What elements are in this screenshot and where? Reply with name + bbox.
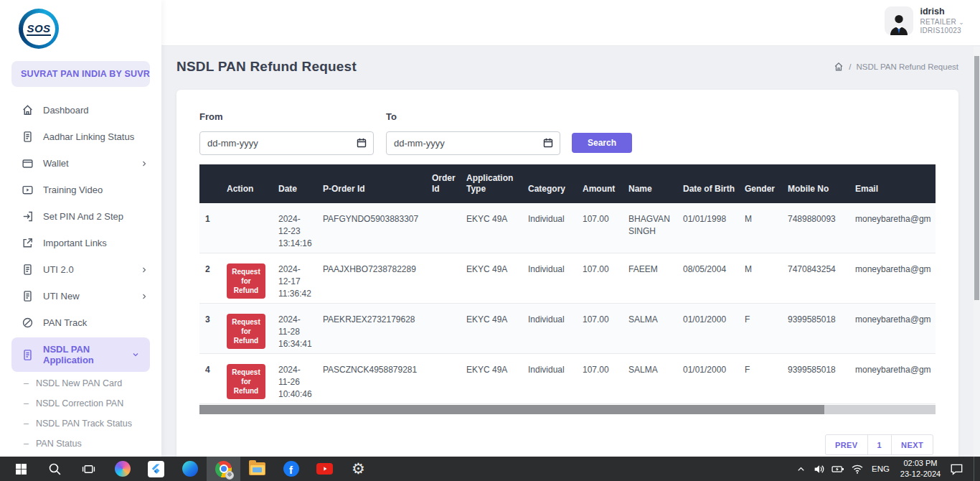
to-date-input[interactable] — [386, 131, 560, 155]
cell-gender: M — [740, 203, 783, 253]
from-date-input[interactable] — [199, 131, 374, 155]
volume-icon[interactable] — [813, 463, 825, 475]
horizontal-scrollbar[interactable] — [199, 405, 936, 414]
cell-order_id — [428, 354, 462, 403]
cell-name: SALMA — [624, 354, 679, 403]
sidebar-item-important-links[interactable]: Important Links — [0, 230, 161, 256]
home-icon — [22, 104, 34, 116]
cell-category: Individual — [524, 203, 578, 253]
search-button[interactable]: Search — [572, 133, 632, 153]
taskbar-file-explorer-icon[interactable] — [240, 457, 274, 481]
content-card: From To Search Actio — [176, 90, 958, 463]
cell-gender: F — [740, 304, 783, 353]
page-number-button[interactable]: 1 — [867, 434, 892, 455]
page-head: NSDL PAN Refund Request / NSDL PAN Refun… — [176, 55, 958, 79]
request-refund-button[interactable]: Request for Refund — [227, 314, 265, 349]
cell-order_id — [428, 304, 462, 353]
taskbar-settings-icon[interactable]: ⚙ — [341, 457, 375, 481]
table-row: 4Request for Refund2024-11-26 10:40:46PA… — [199, 354, 936, 404]
cell-amount: 107.00 — [578, 304, 624, 353]
sidebar-item-set-pin-and-2-step[interactable]: Set PIN And 2 Step — [0, 203, 161, 230]
horizontal-scrollbar-thumb[interactable] — [199, 405, 824, 414]
calendar-icon[interactable] — [542, 137, 554, 149]
show-desktop-button[interactable] — [974, 457, 977, 481]
sidebar-subitem-label: NSDL PAN Track Status — [36, 419, 132, 429]
clock[interactable]: 02:03 PM 23-12-2024 — [897, 458, 943, 480]
avatar[interactable] — [885, 6, 913, 35]
breadcrumb-separator: / — [849, 62, 851, 71]
user-name: idrish — [920, 6, 965, 18]
sidebar-item-aadhar-linking-status[interactable]: Aadhar Linking Status — [0, 123, 161, 150]
next-page-button[interactable]: NEXT — [891, 434, 933, 455]
app-logo[interactable]: SOS — [19, 9, 59, 49]
compass-icon — [22, 317, 34, 329]
sidebar-subitem-nsdl-correction-pan[interactable]: –NSDL Correction PAN — [0, 393, 161, 414]
cell-date: 2024-12-17 11:36:42 — [274, 253, 319, 303]
request-refund-button[interactable]: Request for Refund — [227, 263, 265, 299]
sidebar-item-training-video[interactable]: Training Video — [0, 177, 161, 203]
column-header: Order Id — [428, 173, 462, 203]
sidebar-item-uti-new[interactable]: UTI New — [0, 283, 161, 309]
sidebar-item-dashboard[interactable]: Dashboard — [0, 97, 161, 123]
cell-application_type: EKYC 49A — [462, 304, 524, 353]
cell-p_order_id: PAFGYNDO5903883307 — [319, 203, 428, 253]
sidebar-subitem-nsdl-pan-track-status[interactable]: –NSDL PAN Track Status — [0, 414, 161, 434]
taskbar-youtube-icon[interactable] — [308, 457, 341, 481]
cell-category: Individual — [524, 253, 578, 303]
column-header: Application Type — [462, 173, 524, 203]
cell-application_type: EKYC 49A — [462, 203, 524, 253]
clock-date: 23-12-2024 — [900, 470, 941, 478]
logo-text: SOS — [27, 22, 50, 36]
cell-sno: 2 — [199, 253, 222, 303]
cell-dob: 08/05/2004 — [679, 253, 740, 303]
taskbar-copilot-icon[interactable] — [105, 457, 139, 481]
breadcrumb: / NSDL PAN Refund Request — [834, 62, 958, 72]
sidebar-item-pan-track[interactable]: PAN Track — [0, 309, 161, 336]
taskbar-start-icon[interactable] — [4, 457, 38, 481]
sidebar-item-wallet[interactable]: Wallet — [0, 150, 161, 177]
language-indicator[interactable]: ENG — [870, 464, 891, 473]
calendar-icon[interactable] — [356, 137, 367, 149]
sidebar-subitem-pan-status[interactable]: –PAN Status — [0, 434, 161, 454]
cell-date: 2024-11-28 16:34:41 — [274, 304, 319, 353]
request-refund-button[interactable]: Request for Refund — [227, 364, 265, 399]
table-body: 12024-12-23 13:14:16PAFGYNDO5903883307EK… — [199, 203, 936, 404]
action-center-icon[interactable] — [950, 462, 964, 475]
sidebar-item-label: Important Links — [43, 238, 107, 248]
table-header-row: ActionDateP-Order IdOrder IdApplication … — [199, 164, 936, 203]
page-scrollbar-thumb[interactable] — [974, 56, 979, 300]
cell-category: Individual — [524, 304, 578, 353]
sidebar-item-label: Set PIN And 2 Step — [43, 211, 123, 222]
sidebar-item-label: Dashboard — [43, 105, 89, 116]
taskbar-search-icon[interactable] — [38, 457, 72, 481]
cell-application_type: EKYC 49A — [462, 354, 524, 403]
taskbar-edge-icon[interactable] — [173, 457, 207, 481]
taskbar-flutter-icon[interactable] — [139, 457, 173, 481]
sidebar-item-uti-2-0[interactable]: UTI 2.0 — [0, 256, 161, 283]
hidden-icons-chevron-icon[interactable] — [796, 464, 806, 475]
prev-page-button[interactable]: PREV — [825, 434, 868, 455]
column-header: Email — [851, 184, 936, 203]
taskbar-chrome-icon[interactable] — [207, 457, 240, 481]
sidebar-subitem-label: NSDL New PAN Card — [36, 378, 122, 388]
column-header: Category — [524, 184, 578, 203]
cell-name: FAEEM — [624, 253, 679, 303]
taskbar-facebook-icon[interactable]: f — [274, 457, 308, 481]
org-name-chip: SUVRAT PAN INDIA BY SUVR — [11, 61, 150, 87]
column-header: Gender — [740, 184, 783, 203]
column-header: Date — [274, 184, 319, 203]
home-icon[interactable] — [834, 62, 844, 72]
cell-action: Request for Refund — [222, 253, 274, 303]
sidebar-item-nsdl-pan-application[interactable]: NSDL PAN Application — [11, 337, 150, 372]
sidebar-item-label: Wallet — [43, 158, 69, 169]
user-role: RETAILER — [920, 18, 957, 26]
chevron-down-icon[interactable]: ⌄ — [958, 19, 964, 26]
page-scrollbar[interactable] — [974, 47, 980, 457]
cell-p_order_id: PAEKRJEX2732179628 — [319, 304, 428, 353]
battery-icon[interactable] — [831, 463, 844, 475]
cell-email: moneybaretha@gm — [851, 304, 936, 353]
wifi-icon[interactable] — [851, 462, 864, 475]
sidebar-subitem-nsdl-new-pan-card[interactable]: –NSDL New PAN Card — [0, 373, 161, 393]
user-menu[interactable]: idrish RETAILER ⌄ IDRIS10023 — [885, 6, 965, 36]
taskbar-task-view-icon[interactable] — [72, 457, 105, 481]
